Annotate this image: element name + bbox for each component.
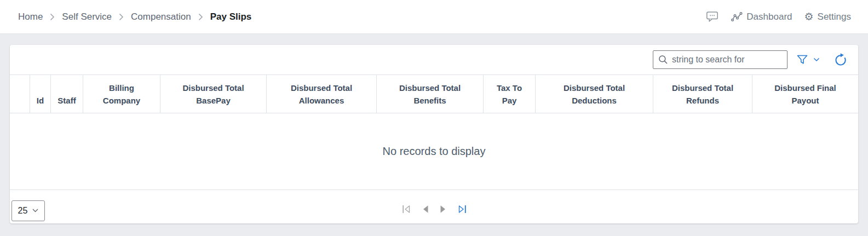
breadcrumb-item-compensation[interactable]: Compensation xyxy=(131,11,191,22)
empty-records-message: No records to display xyxy=(383,145,486,158)
chevron-right-icon xyxy=(50,13,55,21)
column-header-disbursed-final-payout[interactable]: Disbursed Final Payout xyxy=(752,75,858,113)
chat-bubble-icon xyxy=(706,11,719,22)
previous-page-button[interactable] xyxy=(421,204,429,215)
next-page-icon xyxy=(439,204,447,215)
chevron-down-icon xyxy=(813,57,820,62)
first-page-button[interactable] xyxy=(401,204,411,215)
last-page-icon xyxy=(457,204,467,215)
line-chart-icon xyxy=(731,11,743,22)
topbar-actions: Dashboard ⚙ Settings xyxy=(706,11,851,22)
chevron-right-icon xyxy=(119,13,124,21)
breadcrumb-item-self-service[interactable]: Self Service xyxy=(62,11,112,22)
top-bar: Home Self Service Compensation Pay Slips xyxy=(0,0,868,34)
settings-label: Settings xyxy=(818,11,851,22)
column-header-spacer xyxy=(10,75,30,113)
filter-button[interactable] xyxy=(795,52,821,67)
next-page-button[interactable] xyxy=(439,204,447,215)
gear-icon: ⚙ xyxy=(804,11,814,22)
page-size-select[interactable]: 25 xyxy=(12,200,45,221)
dashboard-label: Dashboard xyxy=(746,11,792,22)
grid-toolbar xyxy=(10,45,858,74)
chevron-down-icon xyxy=(32,209,38,212)
breadcrumb-item-home[interactable]: Home xyxy=(18,11,43,22)
chat-button[interactable] xyxy=(706,11,719,22)
settings-button[interactable]: ⚙ Settings xyxy=(804,11,851,22)
column-header-disbursed-refunds[interactable]: Disbursed Total Refunds xyxy=(653,75,752,113)
column-header-billing-company[interactable]: Billing Company xyxy=(83,75,160,113)
refresh-button[interactable] xyxy=(833,53,847,67)
chevron-right-icon xyxy=(198,13,203,21)
pay-slips-grid-panel: Id Staff Billing Company Disbursed Total… xyxy=(10,45,858,223)
column-header-staff[interactable]: Staff xyxy=(51,75,83,113)
refresh-icon xyxy=(833,53,847,67)
column-header-id[interactable]: Id xyxy=(30,75,51,113)
grid-header-row: Id Staff Billing Company Disbursed Total… xyxy=(10,74,858,113)
first-page-icon xyxy=(401,204,411,215)
previous-page-icon xyxy=(421,204,429,215)
grid-body: No records to display xyxy=(10,113,858,189)
search-input[interactable] xyxy=(668,55,787,65)
page-size-value: 25 xyxy=(18,206,28,216)
column-header-disbursed-benefits[interactable]: Disbursed Total Benefits xyxy=(377,75,484,113)
search-box xyxy=(653,50,787,69)
column-header-disbursed-deductions[interactable]: Disbursed Total Deductions xyxy=(536,75,653,113)
column-header-disbursed-allowances[interactable]: Disbursed Total Allowances xyxy=(267,75,377,113)
dashboard-button[interactable]: Dashboard xyxy=(731,11,792,22)
search-icon xyxy=(658,55,668,65)
column-header-tax-to-pay[interactable]: Tax To Pay xyxy=(484,75,536,113)
grid-footer: 25 xyxy=(10,189,858,223)
pager xyxy=(401,204,467,215)
breadcrumb: Home Self Service Compensation Pay Slips xyxy=(18,11,251,22)
funnel-icon xyxy=(796,53,809,66)
breadcrumb-current-pay-slips: Pay Slips xyxy=(210,11,252,22)
column-header-disbursed-basepay[interactable]: Disbursed Total BasePay xyxy=(160,75,267,113)
last-page-button[interactable] xyxy=(457,204,467,215)
